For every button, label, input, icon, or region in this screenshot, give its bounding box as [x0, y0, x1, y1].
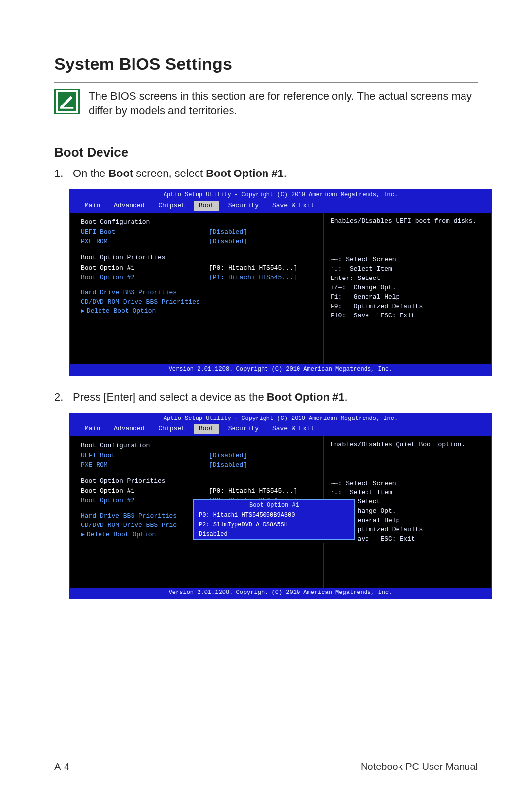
boot-option-popup: ── Boot Option #1 ── P0: Hitachi HTS5450… — [193, 499, 355, 541]
pxe-rom-label: PXE ROM — [81, 237, 209, 246]
triangle-icon: ▶ — [81, 307, 85, 316]
pxe-rom-value: [Disabled] — [209, 461, 247, 470]
hdd-bbs: Hard Drive BBS Priorities — [81, 512, 209, 521]
page-title: System BIOS Settings — [54, 54, 478, 73]
menu-security: Security — [223, 424, 264, 435]
step-1-text: On the Boot screen, select Boot Option #… — [73, 167, 287, 180]
cddvd-bbs-short: CD/DVD ROM Drive BBS Prio — [81, 521, 209, 530]
boot-opt1-value: [P0: Hitachi HTS545...] — [209, 487, 297, 496]
menu-main: Main — [80, 201, 105, 211]
uefi-boot-label: UEFI Boot — [81, 452, 209, 461]
priorities-header: Boot Option Priorities — [81, 253, 323, 263]
bios-header: Aptio Setup Utility - Copyright (C) 2010… — [70, 414, 491, 424]
uefi-boot-label: UEFI Boot — [81, 228, 209, 237]
pxe-rom-value: [Disabled] — [209, 237, 247, 246]
hdd-bbs: Hard Drive BBS Priorities — [81, 288, 209, 298]
bios-desc: Enables/Disables Quiet Boot option. — [331, 440, 485, 450]
popup-item: Disabled — [194, 530, 354, 539]
menu-main: Main — [80, 424, 105, 435]
boot-opt2b-label: Boot Option #2 — [81, 496, 209, 506]
bios-menu-bar: Main Advanced Chipset Boot Security Save… — [70, 201, 491, 213]
bios-menu-bar: Main Advanced Chipset Boot Security Save… — [70, 424, 491, 436]
bios-desc: Enables/Disables UEFI boot from disks. — [331, 217, 485, 226]
step-2-text: Press [Enter] and select a device as the… — [73, 391, 348, 404]
pencil-note-icon — [58, 92, 76, 111]
bios-header: Aptio Setup Utility - Copyright (C) 2010… — [70, 190, 491, 200]
boot-opt1-value: [P0: Hitachi HTS545...] — [209, 264, 297, 273]
note-text: The BIOS screens in this section are for… — [89, 89, 478, 118]
menu-chipset: Chipset — [153, 424, 190, 435]
manual-title: Notebook PC User Manual — [361, 761, 478, 772]
uefi-boot-value: [Disabled] — [209, 452, 247, 461]
bios-footer: Version 2.01.1208. Copyright (C) 2010 Am… — [70, 588, 491, 598]
bios-screenshot-2: Aptio Setup Utility - Copyright (C) 2010… — [69, 413, 492, 599]
boot-opt2-value: [P1: Hitachi HTS545...] — [209, 273, 297, 282]
note-callout: The BIOS screens in this section are for… — [54, 82, 478, 125]
note-icon — [54, 89, 80, 114]
boot-config-header: Boot Configuration — [81, 441, 323, 451]
menu-chipset: Chipset — [153, 201, 190, 211]
uefi-boot-value: [Disabled] — [209, 228, 247, 237]
menu-security: Security — [223, 201, 264, 211]
delete-boot-option: Delete Boot Option — [87, 530, 156, 540]
menu-boot: Boot — [194, 424, 219, 434]
bios-footer: Version 2.01.1208. Copyright (C) 2010 Am… — [70, 364, 491, 375]
popup-item: P2: SlimTypeDVD A DS8A5SH — [194, 521, 354, 530]
menu-save-exit: Save & Exit — [267, 201, 320, 211]
triangle-icon: ▶ — [81, 530, 85, 540]
popup-item: P0: Hitachi HTS545050B9A300 — [194, 511, 354, 520]
step-number: 2. — [54, 391, 64, 404]
step-2: 2. Press [Enter] and select a device as … — [54, 391, 478, 404]
boot-config-header: Boot Configuration — [81, 218, 323, 227]
menu-boot: Boot — [194, 201, 219, 211]
priorities-header: Boot Option Priorities — [81, 477, 323, 486]
page-number: A-4 — [54, 761, 69, 772]
step-1: 1. On the Boot screen, select Boot Optio… — [54, 167, 478, 180]
boot-opt1-label: Boot Option #1 — [81, 264, 209, 273]
bios-help: →←: Select Screen ↑↓: Select Item Enter:… — [331, 255, 485, 320]
menu-advanced: Advanced — [109, 201, 149, 211]
boot-opt1-label: Boot Option #1 — [81, 487, 209, 496]
cddvd-bbs: CD/DVD ROM Drive BBS Priorities — [81, 298, 209, 307]
popup-title: ── Boot Option #1 ── — [194, 500, 354, 511]
menu-advanced: Advanced — [109, 424, 149, 435]
menu-save-exit: Save & Exit — [267, 424, 320, 435]
step-number: 1. — [54, 167, 64, 180]
boot-opt2-label: Boot Option #2 — [81, 273, 209, 282]
delete-boot-option: Delete Boot Option — [87, 307, 156, 316]
section-heading: Boot Device — [54, 145, 478, 160]
bios-screenshot-1: Aptio Setup Utility - Copyright (C) 2010… — [69, 189, 492, 376]
pxe-rom-label: PXE ROM — [81, 461, 209, 470]
